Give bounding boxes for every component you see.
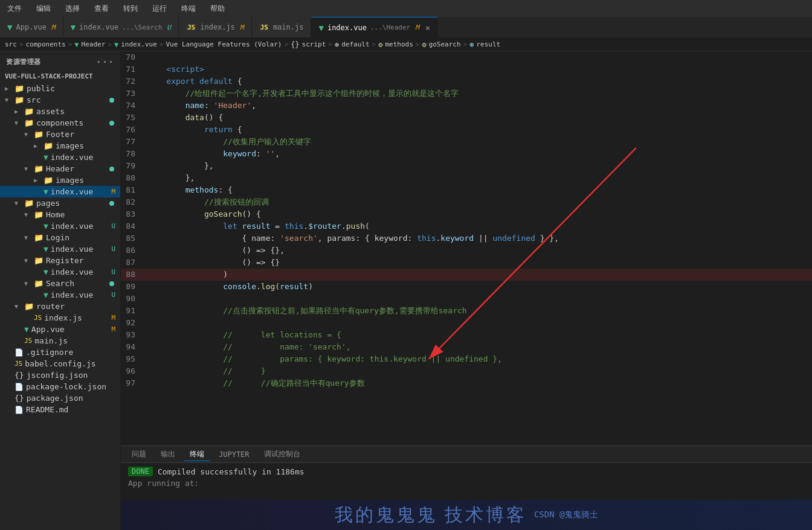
terminal-subtitle: App running at:: [128, 479, 805, 488]
sidebar-item-login-indexvue[interactable]: ▶ ▼ index.vue U: [0, 243, 120, 255]
sidebar-item-header[interactable]: ▼ 📁 Header: [0, 163, 120, 174]
menu-view[interactable]: 查看: [92, 2, 111, 15]
sidebar-item-home[interactable]: ▼ 📁 Home: [0, 209, 120, 220]
line-content: return {: [145, 124, 812, 136]
sidebar-item-components[interactable]: ▼ 📁 components: [0, 117, 120, 129]
line-content: //搜索按钮的回调: [145, 196, 812, 208]
menu-help[interactable]: 帮助: [208, 2, 227, 15]
line-content: },: [145, 172, 812, 184]
menu-goto[interactable]: 转到: [121, 2, 140, 15]
project-root[interactable]: VUE-FULL-STACK-PROJECT: [0, 70, 120, 83]
sidebar-item-footer[interactable]: ▼ 📁 Footer: [0, 129, 120, 140]
menu-file[interactable]: 文件: [5, 2, 24, 15]
tab-badge: M: [51, 24, 56, 31]
sidebar-item-public[interactable]: ▶ 📁 public: [0, 83, 120, 94]
tab-indexvue-header[interactable]: ▼ index.vue ...​\Header M ×: [311, 17, 438, 37]
line-number: 87: [121, 257, 145, 269]
tab-badge: U: [167, 24, 171, 31]
sidebar-item-src[interactable]: ▼ 📁 src: [0, 94, 120, 106]
watermark-text: 我的鬼鬼鬼 技术博客: [335, 503, 527, 528]
line-number: 71: [121, 63, 145, 75]
line-content: name: 'Header',: [145, 100, 812, 112]
sidebar-item-babel[interactable]: ▶ JS babel.config.js: [0, 358, 120, 369]
tab-close-button[interactable]: ×: [425, 23, 430, 33]
tab-label: index.vue: [79, 23, 118, 31]
line-content: [145, 293, 812, 305]
sidebar-item-register[interactable]: ▼ 📁 Register: [0, 255, 120, 266]
breadcrumb: src > components > ▼ Header > ▼ index.vu…: [0, 38, 812, 51]
sidebar-item-search[interactable]: ▼ 📁 Search: [0, 278, 120, 289]
line-number: 78: [121, 148, 145, 160]
code-table: 70 71 <script>72 export default {73 //给组…: [121, 51, 812, 389]
sidebar-item-mainjs[interactable]: ▶ JS main.js: [0, 335, 120, 346]
sidebar-item-router[interactable]: ▼ 📁 router: [0, 301, 120, 312]
js-icon: JS: [259, 24, 269, 31]
line-content: [145, 51, 812, 63]
sidebar-item-footer-indexvue[interactable]: ▶ ▼ index.vue: [0, 152, 120, 163]
line-number: 92: [121, 317, 145, 329]
sidebar-item-header-indexvue[interactable]: ▶ ▼ index.vue M: [0, 186, 120, 197]
terminal-status-line: DONE Compiled successfully in 1186ms: [128, 467, 805, 476]
tab-badge: M: [240, 24, 244, 31]
line-content: console.log(result): [145, 281, 812, 293]
terminal-panel: 问题 输出 终端 JUPYTER 调试控制台 DONE Compiled suc…: [121, 445, 812, 530]
tab-mainjs[interactable]: JS main.js: [252, 17, 312, 37]
code-editor[interactable]: 70 71 <script>72 export default {73 //给组…: [121, 51, 812, 445]
menu-terminal[interactable]: 终端: [179, 2, 198, 15]
line-content: ): [145, 269, 812, 281]
line-content: <script>: [145, 63, 812, 75]
line-number: 81: [121, 184, 145, 196]
line-number: 73: [121, 88, 145, 100]
tab-bar: ▼ App.vue M ▼ index.vue ...​\Search U JS…: [0, 17, 812, 38]
line-number: 77: [121, 136, 145, 148]
terminal-message: Compiled successfully in 1186ms: [158, 467, 304, 476]
tab-label: index.js: [200, 23, 235, 31]
watermark-csdn: CSDN @鬼鬼骑士: [534, 509, 599, 520]
sidebar-item-search-indexvue[interactable]: ▶ ▼ index.vue U: [0, 289, 120, 301]
menu-run[interactable]: 运行: [150, 2, 169, 15]
sidebar: 资源管理器 ··· VUE-FULL-STACK-PROJECT ▶ 📁 pub…: [0, 51, 121, 530]
sidebar-item-readme[interactable]: ▶ 📄 README.md: [0, 404, 120, 415]
sidebar-item-register-indexvue[interactable]: ▶ ▼ index.vue U: [0, 266, 120, 278]
terminal-tab-terminal[interactable]: 终端: [184, 448, 210, 461]
sidebar-item-header-images[interactable]: ▶ 📁 images: [0, 174, 120, 186]
sidebar-item-gitignore[interactable]: ▶ 📄 .gitignore: [0, 346, 120, 358]
line-number: 74: [121, 100, 145, 112]
menu-edit[interactable]: 编辑: [34, 2, 53, 15]
terminal-tab-jupyter[interactable]: JUPYTER: [213, 449, 256, 460]
sidebar-item-jsconfig[interactable]: ▶ {} jsconfig.json: [0, 369, 120, 381]
line-content: //收集用户输入的关键字: [145, 136, 812, 148]
sidebar-more-button[interactable]: ···: [96, 56, 114, 68]
line-number: 79: [121, 160, 145, 172]
sidebar-item-home-indexvue[interactable]: ▶ ▼ index.vue U: [0, 220, 120, 232]
terminal-tab-debug[interactable]: 调试控制台: [258, 448, 306, 461]
sidebar-item-packagelock[interactable]: ▶ 📄 package-lock.json: [0, 381, 120, 392]
sidebar-item-pages[interactable]: ▼ 📁 pages: [0, 197, 120, 209]
vue-icon: ▼: [71, 22, 76, 32]
line-number: 75: [121, 112, 145, 124]
line-number: 84: [121, 220, 145, 232]
sidebar-item-assets[interactable]: ▶ 📁 assets: [0, 106, 120, 117]
sidebar-item-appvue[interactable]: ▶ ▼ App.vue M: [0, 324, 120, 335]
sidebar-item-package[interactable]: ▶ {} package.json: [0, 392, 120, 404]
menu-select[interactable]: 选择: [63, 2, 82, 15]
tab-indexjs[interactable]: JS index.js M: [179, 17, 252, 37]
tab-indexvue-search[interactable]: ▼ index.vue ...​\Search U: [63, 17, 179, 37]
terminal-tab-output[interactable]: 输出: [155, 448, 181, 461]
terminal-tab-problems[interactable]: 问题: [126, 448, 152, 461]
line-content: export default {: [145, 75, 812, 88]
line-content: // //确定路径当中有query参数: [145, 377, 812, 389]
tab-appvue[interactable]: ▼ App.vue M: [0, 17, 63, 37]
line-number: 80: [121, 172, 145, 184]
line-number: 96: [121, 365, 145, 377]
sidebar-header: 资源管理器 ···: [0, 51, 120, 70]
line-number: 88: [121, 269, 145, 281]
terminal-content: DONE Compiled successfully in 1186ms App…: [121, 463, 812, 500]
line-content: // name: 'search',: [145, 341, 812, 353]
line-content: goSearch() {: [145, 208, 812, 220]
sidebar-item-login[interactable]: ▼ 📁 Login: [0, 232, 120, 243]
vue-icon: ▼: [318, 23, 323, 33]
sidebar-item-footer-images[interactable]: ▶ 📁 images: [0, 140, 120, 152]
line-content: () => {},: [145, 244, 812, 257]
sidebar-item-router-indexjs[interactable]: ▶ JS index.js M: [0, 312, 120, 324]
